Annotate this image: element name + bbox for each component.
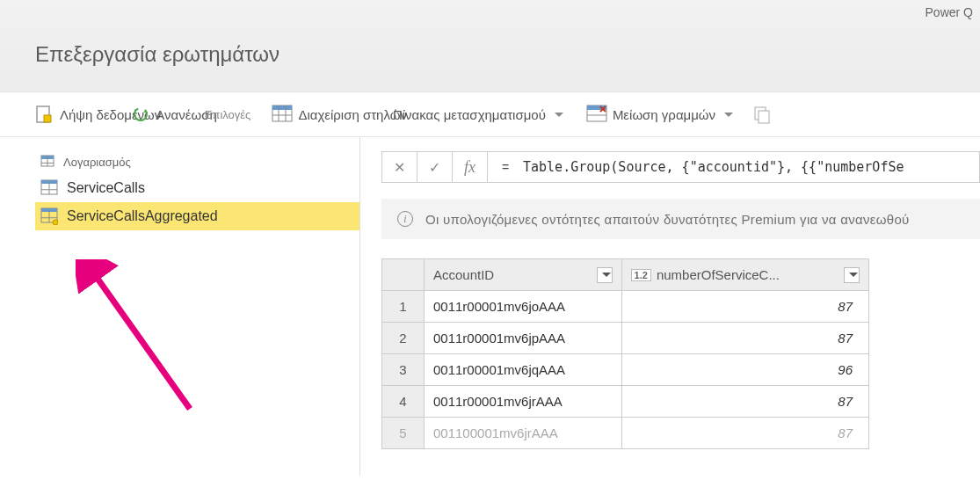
svg-rect-14 (759, 111, 769, 123)
fx-icon: fx (464, 158, 475, 177)
warning-bar: i Οι υπολογιζόμενες οντότητες απαιτούν δ… (381, 199, 980, 239)
equals-label: = (488, 160, 523, 174)
copy-icon (752, 105, 772, 124)
check-icon: ✓ (429, 159, 440, 176)
chevron-down-icon (555, 113, 563, 117)
refresh-icon (131, 105, 150, 124)
cell-number[interactable]: 87 (621, 323, 868, 354)
query-label: ServiceCallsAggregated (67, 208, 218, 224)
corner-cell (382, 259, 425, 291)
reduce-rows-label: Μείωση γραμμών (613, 107, 715, 122)
row-index: 1 (382, 291, 425, 323)
more-button[interactable] (752, 105, 772, 124)
transform-table-button[interactable]: Πίνακας μετασχηματισμού (393, 107, 563, 122)
main: ΛογαριασμόςServiceCallsServiceCallsAggre… (0, 137, 980, 476)
x-icon: ✕ (394, 159, 405, 176)
rows-icon (586, 105, 607, 124)
query-item[interactable]: ServiceCallsAggregated (35, 202, 359, 230)
formula-bar: ✕ ✓ fx = Table.Group(Source, {"accountid… (381, 151, 980, 183)
svg-point-2 (134, 108, 147, 120)
table-row[interactable]: 30011r00001mv6jqAAA96 (382, 354, 869, 386)
table-icon (272, 105, 293, 124)
queries-pane: ΛογαριασμόςServiceCallsServiceCallsAggre… (0, 137, 360, 476)
fx-button[interactable]: fx (453, 152, 488, 182)
header: Power Q Επεξεργασία ερωτημάτων (0, 0, 980, 92)
reduce-rows-button[interactable]: Μείωση γραμμών (586, 105, 733, 124)
column-name: AccountID (433, 267, 494, 282)
cell-number[interactable]: 87 (621, 418, 868, 449)
query-item[interactable]: ServiceCalls (35, 174, 359, 202)
content: ✕ ✓ fx = Table.Group(Source, {"accountid… (360, 137, 980, 476)
commit-button[interactable]: ✓ (417, 152, 453, 182)
column-header-numberofservicec[interactable]: 1.2 numberOfServiceC... (621, 259, 868, 291)
svg-point-27 (53, 220, 58, 225)
table-icon (40, 179, 58, 197)
query-item[interactable]: Λογαριασμός (35, 149, 359, 174)
options-button[interactable]: Επιλογές (205, 108, 251, 121)
warning-text: Οι υπολογιζόμενες οντότητες απαιτούν δυν… (425, 212, 910, 227)
manage-columns-button[interactable]: Διαχείριση στηλών (272, 105, 407, 124)
page-title: Επεξεργασία ερωτημάτων (35, 0, 945, 67)
type-icon: 1.2 (631, 269, 651, 281)
query-label: Λογαριασμός (63, 156, 131, 169)
data-icon (35, 105, 54, 124)
manage-columns-label: Διαχείριση στηλών (298, 107, 407, 122)
table-icon (40, 155, 54, 169)
cell-accountid[interactable]: 0011r00001mv6jqAAA (425, 354, 622, 386)
column-name: numberOfServiceC... (657, 267, 780, 282)
row-index: 3 (382, 354, 425, 386)
chevron-down-icon (849, 273, 858, 277)
column-filter-button[interactable] (844, 267, 860, 283)
table-row[interactable]: 20011r00001mv6jpAAA87 (382, 323, 869, 354)
transform-table-label: Πίνακας μετασχηματισμού (393, 107, 546, 122)
cell-accountid[interactable]: 0011r00001mv6joAAA (425, 291, 622, 323)
cell-accountid[interactable]: 0011r00001mv6jpAAA (425, 323, 622, 354)
cancel-button[interactable]: ✕ (382, 152, 417, 182)
chevron-down-icon (724, 113, 733, 117)
options-label: Επιλογές (205, 108, 251, 121)
formula-input[interactable]: Table.Group(Source, {"accountid"}, {{"nu… (523, 159, 979, 175)
info-icon: i (397, 211, 413, 227)
column-header-accountid[interactable]: AccountID (425, 259, 622, 291)
query-label: ServiceCalls (67, 180, 145, 196)
table-icon (40, 207, 58, 225)
cell-accountid[interactable]: 001100001mv6jrAAA (425, 418, 622, 449)
svg-rect-1 (44, 115, 51, 122)
cell-number[interactable]: 87 (621, 291, 868, 323)
cell-number[interactable]: 87 (621, 386, 868, 418)
data-table: AccountID 1.2 numberOfServiceC... (381, 258, 869, 449)
row-index: 5 (382, 418, 425, 449)
chevron-down-icon (602, 273, 611, 277)
row-index: 4 (382, 386, 425, 418)
toolbar: Λήψη δεδομένων Ανανέωση Επιλογές Διαχείρ… (0, 92, 980, 137)
table-row[interactable]: 10011r00001mv6joAAA87 (382, 291, 869, 323)
table-row[interactable]: 5001100001mv6jrAAA87 (382, 418, 869, 449)
svg-rect-4 (272, 105, 292, 110)
app-brand: Power Q (926, 5, 973, 19)
table-row[interactable]: 40011r00001mv6jrAAA87 (382, 386, 869, 418)
column-filter-button[interactable] (597, 267, 613, 283)
cell-number[interactable]: 96 (621, 354, 868, 386)
cell-accountid[interactable]: 0011r00001mv6jrAAA (425, 386, 622, 418)
row-index: 2 (382, 323, 425, 354)
